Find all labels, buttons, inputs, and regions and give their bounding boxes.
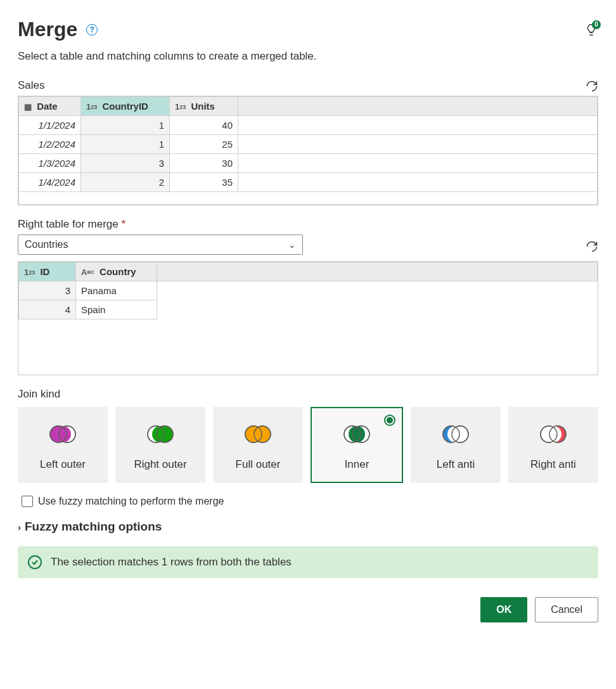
right-table[interactable]: 123 IDABC Country3Panama4Spain (18, 262, 598, 319)
join-option-inner[interactable]: Inner (311, 407, 403, 483)
radio-selected-icon (384, 415, 395, 426)
dialog-subtitle: Select a table and matching columns to c… (18, 50, 598, 63)
left-table-name: Sales (18, 79, 45, 92)
table-cell[interactable]: 1/1/2024 (19, 116, 81, 135)
join-kind-options: Left outer Right outer Full outer Inner … (18, 407, 598, 483)
table-cell[interactable]: Panama (76, 281, 157, 300)
join-option-right-outer[interactable]: Right outer (115, 407, 205, 483)
table-cell[interactable]: 3 (81, 154, 170, 173)
help-icon[interactable]: ? (86, 24, 98, 35)
ok-button[interactable]: OK (480, 597, 527, 622)
right-table-selected: Countries (25, 239, 68, 250)
refresh-right-icon[interactable] (586, 240, 598, 255)
column-header[interactable]: 123 CountryID (81, 97, 170, 116)
table-cell (157, 281, 598, 300)
right-table-dropdown[interactable]: Countries ⌄ (18, 235, 303, 255)
table-cell (238, 173, 598, 192)
join-option-left-anti[interactable]: Left anti (411, 407, 501, 483)
table-cell[interactable]: 2 (81, 173, 170, 192)
table-cell[interactable]: 4 (19, 300, 76, 319)
venn-icon (537, 422, 569, 449)
join-option-left-outer[interactable]: Left outer (18, 407, 108, 483)
table-cell[interactable]: 25 (170, 135, 238, 154)
table-cell[interactable]: 1/3/2024 (19, 154, 81, 173)
join-option-label: Right outer (134, 458, 186, 471)
tips-icon[interactable]: 0 (584, 23, 598, 37)
join-option-full-outer[interactable]: Full outer (213, 407, 303, 483)
refresh-left-icon[interactable] (586, 80, 598, 95)
tips-badge: 0 (592, 20, 601, 29)
table-cell[interactable]: Spain (76, 300, 157, 319)
table-cell[interactable]: 1/4/2024 (19, 173, 81, 192)
status-bar: The selection matches 1 rows from both t… (18, 546, 598, 578)
dialog-title: Merge (18, 18, 77, 41)
column-spacer (157, 262, 598, 281)
join-option-label: Right anti (530, 458, 576, 471)
venn-icon (440, 422, 472, 449)
fuzzy-options-toggle[interactable]: › Fuzzy matching options (18, 520, 598, 534)
status-text: The selection matches 1 rows from both t… (51, 556, 292, 569)
table-cell (238, 154, 598, 173)
join-kind-label: Join kind (18, 388, 598, 401)
table-cell[interactable]: 30 (170, 154, 238, 173)
column-header[interactable]: ▦ Date (19, 97, 81, 116)
checkmark-icon (28, 555, 42, 569)
table-cell[interactable]: 35 (170, 173, 238, 192)
venn-icon (341, 422, 373, 449)
left-table[interactable]: ▦ Date123 CountryID123 Units1/1/20241401… (18, 96, 598, 205)
join-option-label: Inner (345, 458, 369, 471)
column-spacer (238, 97, 598, 116)
join-option-right-anti[interactable]: Right anti (508, 407, 598, 483)
table-cell[interactable]: 1 (81, 135, 170, 154)
join-option-label: Left anti (437, 458, 475, 471)
cancel-button[interactable]: Cancel (535, 597, 598, 622)
join-option-label: Full outer (236, 458, 281, 471)
venn-icon (47, 422, 79, 449)
column-header[interactable]: 123 Units (170, 97, 238, 116)
table-cell[interactable]: 1/2/2024 (19, 135, 81, 154)
table-cell (157, 300, 598, 319)
right-table-label: Right table for merge * (18, 218, 598, 231)
table-cell[interactable]: 1 (81, 116, 170, 135)
table-cell[interactable]: 40 (170, 116, 238, 135)
chevron-right-icon: › (18, 522, 21, 532)
table-cell (238, 116, 598, 135)
table-cell (238, 135, 598, 154)
join-option-label: Left outer (40, 458, 86, 471)
table-cell[interactable]: 3 (19, 281, 76, 300)
chevron-down-icon: ⌄ (288, 240, 296, 250)
fuzzy-checkbox-label: Use fuzzy matching to perform the merge (38, 496, 224, 507)
fuzzy-checkbox[interactable] (22, 496, 33, 507)
column-header[interactable]: 123 ID (19, 262, 76, 281)
venn-icon (144, 422, 176, 449)
venn-icon (242, 422, 274, 449)
column-header[interactable]: ABC Country (76, 262, 157, 281)
